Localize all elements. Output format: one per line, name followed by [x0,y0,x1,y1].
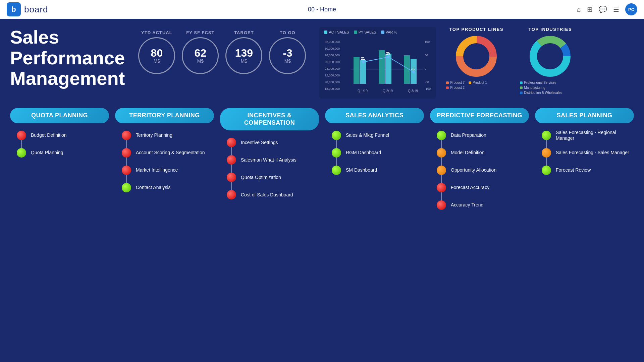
logo-area: b board [7,2,48,16]
nav-header-incentives-compensation[interactable]: INCENTIVES & COMPENSATION [220,108,319,130]
svg-text:-5: -5 [411,67,415,71]
title-area: Sales Performance Management [10,27,125,89]
avatar[interactable]: PC [625,3,637,15]
nav-item-label[interactable]: Sales Forecasting - Regional Manager [556,130,634,141]
nav-item-label[interactable]: Market Intellingence [136,167,178,173]
main-title: Sales Performance Management [10,27,125,89]
nav-item-label[interactable]: Incentive Settings [241,140,278,145]
list-item: Model Definition [437,144,529,162]
list-item: Market Intellingence [122,162,214,179]
nav-dot-red[interactable] [227,155,236,165]
comment-icon[interactable]: 💬 [599,5,607,13]
nav-item-label[interactable]: RGM Dashboard [346,150,381,156]
nav-header-territory-planning[interactable]: TERRITORY PLANNING [115,108,214,123]
nav-dot-green[interactable] [332,148,341,158]
nav-item-label[interactable]: SM Dashboard [346,167,377,173]
nav-dot-red[interactable] [227,138,236,147]
nav-header-predictive-forecasting[interactable]: PREDICTIVE FORECASTING [430,108,529,123]
svg-text:0: 0 [425,67,426,70]
nav-item-label[interactable]: Sales & Mktg Funnel [346,132,389,138]
nav-item-label[interactable]: Quota Planning [31,150,63,156]
nav-dot-green[interactable] [542,166,551,175]
svg-text:-100: -100 [425,87,431,90]
nav-item-label[interactable]: Accuracy Trend [451,202,483,208]
metric-target-circle: 139 M$ [225,37,262,74]
nav-dot-green[interactable] [17,148,26,158]
nav-item-label[interactable]: Forecast Accuracy [451,185,489,190]
nav-dot-red[interactable] [437,183,446,192]
nav-dot-orange[interactable] [437,166,446,175]
nav-dot-green[interactable] [437,131,446,140]
nav-dot-orange[interactable] [437,148,446,158]
svg-text:24,000,000: 24,000,000 [325,67,340,70]
svg-text:50: 50 [425,54,428,57]
nav-item-label[interactable]: Forecast Review [556,167,591,173]
metric-target: TARGET 139 M$ [225,30,262,74]
nav-dot-green[interactable] [332,131,341,140]
list-item: Accuracy Trend [437,196,529,214]
donut-charts: TOP PRODUCT LINES Product 7 [436,27,580,99]
nav-item-label[interactable]: Opportunity Allocation [451,167,496,173]
home-icon[interactable]: ⌂ [577,6,581,13]
menu-icon[interactable]: ☰ [613,5,619,13]
svg-text:32,000,000: 32,000,000 [325,40,340,44]
svg-text:-50: -50 [425,80,429,84]
svg-point-22 [412,71,415,73]
nav-item-label[interactable]: Quota Optimization [241,175,281,180]
logo-icon[interactable]: b [7,2,21,16]
nav-dot-red[interactable] [227,173,236,182]
nav-dot-red[interactable] [437,200,446,210]
metric-fy-circle: 62 M$ [182,37,219,74]
metrics-area: YTD ACTUAL 80 M$ FY SF FCST 62 M$ TARGET… [138,27,306,74]
nav-column-sales-planning: SALES PLANNINGSales Forecasting - Region… [535,108,634,214]
list-item: Quota Optimization [227,169,319,186]
header-section: Sales Performance Management YTD ACTUAL … [10,27,634,99]
nav-dot-green[interactable] [542,131,551,140]
svg-text:100: 100 [425,40,430,44]
svg-text:30,000,000: 30,000,000 [325,47,340,50]
chart-area: ACT SALES PY SALES VAR % 32,000,000 30,0… [319,27,580,99]
nav-items-sales-planning: Sales Forecasting - Regional ManagerSale… [535,123,634,179]
nav-dot-orange[interactable] [542,148,551,158]
nav-item-label[interactable]: Salesman What-if Analysis [241,157,297,163]
nav-dot-red[interactable] [122,131,131,140]
nav-dot-red[interactable] [17,131,26,140]
nav-dot-red[interactable] [122,166,131,175]
dashboard-icon[interactable]: ⊞ [587,5,593,13]
top-industries: TOP INDUSTRIES Professional Services [520,27,580,99]
logo-text: board [24,4,48,15]
product-lines-legend: Product 7 Product 1 Product 2 [446,81,506,89]
list-item: Sales Forecasting - Sales Manager [542,144,634,162]
metric-togo-circle: -3 M$ [269,37,306,74]
list-item: Forecast Accuracy [437,179,529,196]
nav-items-predictive-forecasting: Data PreparationModel DefinitionOpportun… [430,123,529,214]
nav-dot-red[interactable] [227,190,236,199]
industries-title: TOP INDUSTRIES [529,27,572,32]
svg-rect-16 [379,50,385,84]
nav-header-sales-analytics[interactable]: SALES ANALYTICS [325,108,424,123]
nav-item-label[interactable]: Sales Forecasting - Sales Manager [556,150,629,156]
nav-dot-green[interactable] [332,166,341,175]
nav-item-label[interactable]: Model Definition [451,150,484,156]
industries-chart [525,35,575,78]
nav-column-quota-planning: QUOTA PLANNINGBudget DefinitionQuota Pla… [10,108,109,214]
svg-text:28,000,000: 28,000,000 [325,54,340,57]
svg-point-32 [466,46,486,66]
list-item: Opportunity Allocation [437,162,529,179]
nav-dot-green[interactable] [122,183,131,192]
nav-header-sales-planning[interactable]: SALES PLANNING [535,108,634,123]
list-item: Account Scoring & Segmentation [122,144,214,162]
nav-header-quota-planning[interactable]: QUOTA PLANNING [10,108,109,123]
nav-item-label[interactable]: Cost of Sales Dashboard [241,192,293,198]
nav-item-label[interactable]: Contact Analysis [136,185,171,190]
main-content: Sales Performance Management YTD ACTUAL … [0,19,644,362]
nav-item-label[interactable]: Data Preparation [451,132,486,138]
product-lines-chart [451,35,501,78]
nav-dot-red[interactable] [122,148,131,158]
nav-item-label[interactable]: Account Scoring & Segmentation [136,150,205,156]
svg-point-21 [387,56,390,58]
legend-var: VAR % [381,30,397,34]
metric-fy: FY SF FCST 62 M$ [182,30,219,74]
nav-item-label[interactable]: Budget Definition [31,132,67,138]
nav-item-label[interactable]: Territory Planning [136,132,172,138]
